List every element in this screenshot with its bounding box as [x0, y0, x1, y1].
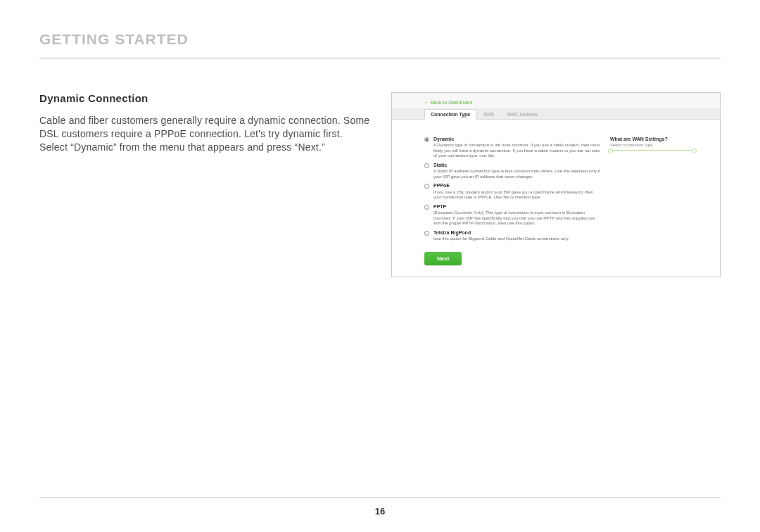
radio-static[interactable] [424, 163, 429, 168]
divider-top [39, 58, 721, 58]
option-desc: [European Countries Only]. This type of … [433, 210, 600, 227]
router-panel: ← Back to Dashboard Connection Type DNS … [391, 92, 721, 277]
left-column: Dynamic Connection Cable and fiber custo… [39, 92, 370, 154]
content-row: Dynamic Connection Cable and fiber custo… [39, 92, 721, 277]
option-telstra-bigpond[interactable]: Telstra BigPond Use this option for Bigp… [424, 230, 600, 242]
back-to-dashboard-link[interactable]: ← Back to Dashboard [392, 93, 720, 108]
option-label: Static [433, 163, 600, 168]
page-number: 16 [0, 506, 760, 517]
option-pptp[interactable]: PPTP [European Countries Only]. This typ… [424, 204, 600, 227]
option-desc: If you use a DSL modem and/or your ISP g… [433, 190, 600, 201]
option-label: Dynamic [433, 137, 600, 142]
option-dynamic[interactable]: Dynamic A Dynamic type of connection is … [424, 137, 600, 159]
option-label: PPPoE [433, 183, 600, 189]
radio-dynamic[interactable] [424, 137, 429, 142]
help-sidebar: What are WAN Settings? Select connection… [610, 137, 695, 151]
radio-pppoe[interactable] [424, 184, 429, 189]
tab-connection-type[interactable]: Connection Type [424, 109, 476, 120]
option-desc: Use this option for Bigpond Cable and Op… [433, 236, 600, 242]
tab-dns[interactable]: DNS [477, 109, 500, 119]
tab-bar: Connection Type DNS MAC Address [392, 108, 720, 120]
panel-body: Dynamic A Dynamic type of connection is … [392, 120, 720, 277]
radio-pptp[interactable] [424, 205, 429, 210]
option-static[interactable]: Static A Static IP address connection ty… [424, 163, 600, 179]
divider-bottom [39, 498, 721, 498]
sidebar-title: What are WAN Settings? [610, 137, 695, 141]
connection-options: Dynamic A Dynamic type of connection is … [424, 137, 610, 265]
section-heading: Dynamic Connection [39, 92, 370, 104]
page-title: GETTING STARTED [39, 31, 721, 58]
radio-telstra[interactable] [424, 231, 429, 236]
body-text: Cable and fiber customers generally requ… [39, 114, 370, 154]
option-label: PPTP [433, 204, 600, 210]
option-desc: A Dynamic type of connection is the most… [433, 143, 600, 159]
tab-mac-address[interactable]: MAC Address [501, 109, 544, 119]
option-pppoe[interactable]: PPPoE If you use a DSL modem and/or your… [424, 183, 600, 200]
sidebar-subtitle: Select connection type. [610, 143, 695, 147]
next-button[interactable]: Next [424, 252, 462, 265]
callout-line [610, 150, 695, 151]
option-desc: A Static IP address connection type is l… [433, 169, 600, 179]
option-label: Telstra BigPond [433, 230, 600, 236]
